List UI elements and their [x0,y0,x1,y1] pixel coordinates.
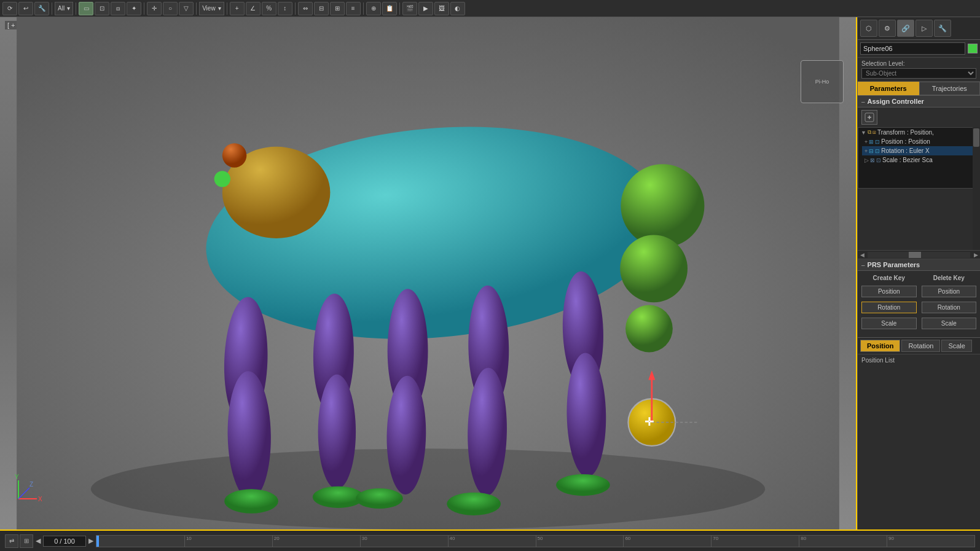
time-frame-display: 0 / 100 [43,536,86,547]
param-tabs: Parameters Trajectories [858,82,980,96]
delete-scale-col: Scale [922,318,977,331]
view-dropdown[interactable]: View ▾ [199,2,224,15]
render-btn[interactable]: ▶ [418,2,433,15]
selection-filter-dropdown[interactable]: All ▾ [55,2,73,15]
prs-rotation-row: Rotation Rotation [861,302,976,315]
axis-z-label: Z [29,481,33,488]
ctrl-scroll-thumb[interactable] [973,128,979,147]
timeline-playhead[interactable] [96,536,99,547]
tree-item-scale[interactable]: ▷ ⊠ ⊡ Scale : Bezier Sca [862,155,979,165]
dropdown-label: All [58,5,65,12]
tree-expand-rotation[interactable]: + [864,148,868,154]
tree-item-transform[interactable]: ▼ ⧉ ⧇ Transform : Position, [858,128,979,137]
create-rotation-col: Rotation [861,302,917,315]
tree-expand-scale[interactable]: ▷ [864,157,869,163]
delete-key-col: Delete Key [922,275,977,283]
toolbar-btn-3[interactable]: 🔧 [34,2,49,15]
move-btn[interactable]: ✛ [147,2,162,15]
timeline[interactable]: 10 20 30 40 50 60 70 80 90 [96,535,975,547]
hscroll-track[interactable] [868,252,970,258]
mirror-btn[interactable]: ⇔ [298,2,313,15]
snap-btn[interactable]: + [230,2,245,15]
nav-cube-label: Pi-Ho [815,79,829,85]
svg-point-4 [222,143,247,168]
spinner-snap-btn[interactable]: ↕ [278,2,292,15]
prs-content: Create Key Delete Key Position Position [858,271,980,337]
panel-icon-modify[interactable]: ⚙ [879,20,896,37]
svg-point-8 [625,305,673,353]
ctrl-scroll-track[interactable] [973,127,980,250]
toolbar-btn-2[interactable]: ↩ [18,2,33,15]
assign-controller-header[interactable]: – Assign Controller [858,96,980,107]
create-scale-btn[interactable]: Scale [861,318,917,329]
panel-icon-row: ⬡ ⚙ 🔗 ▷ 🔧 [858,17,980,40]
tab-position-bottom[interactable]: Position [860,340,900,352]
assign-controller-button[interactable] [861,110,877,125]
active-shade-btn[interactable]: ◐ [450,2,465,15]
selection-level-select[interactable]: Sub-Object [861,68,976,79]
bottom-tabs: Position Rotation Scale [858,337,980,354]
render-setup-btn[interactable]: 🎬 [402,2,417,15]
create-position-btn[interactable]: Position [861,286,917,297]
angle-snap-btn[interactable]: ∠ [246,2,261,15]
prs-collapse-icon: – [861,262,865,268]
create-key-col: Create Key [861,275,917,283]
create-rotation-btn[interactable]: Rotation [861,302,917,313]
timeline-arrow-right[interactable]: ▶ [88,537,93,545]
delete-rotation-btn[interactable]: Rotation [922,302,977,313]
named-sel-btn[interactable]: 📋 [382,2,397,15]
timeline-tick-50: 50 [536,536,543,547]
object-name-input[interactable] [860,42,965,55]
create-sel-btn[interactable]: ⊕ [366,2,381,15]
tab-parameters[interactable]: Parameters [858,82,919,95]
panel-icon-utilities[interactable]: 🔧 [934,20,951,37]
controller-tree[interactable]: ▼ ⧉ ⧇ Transform : Position, + ⊞ ⊡ Positi… [858,127,980,189]
prs-header-row: Create Key Delete Key [861,275,976,283]
status-icon-2[interactable]: ⊞ [20,534,33,548]
tree-expand-transform[interactable]: ▼ [861,130,866,136]
align2-btn[interactable]: ⊞ [330,2,345,15]
assign-controller-section: – Assign Controller ▼ [858,96,980,259]
create-position-col: Position [861,286,917,299]
toolbar-btn-1[interactable]: ⟳ [2,2,17,15]
tab-trajectories[interactable]: Trajectories [919,82,981,95]
svg-point-26 [356,488,403,509]
delete-position-btn[interactable]: Position [922,286,977,297]
hscroll-right[interactable]: ▶ [971,251,980,259]
select-region-btn[interactable]: ⊡ [95,2,109,15]
hscroll-left[interactable]: ◀ [858,251,866,259]
render-frame-btn[interactable]: 🖼 [434,2,449,15]
align3-btn[interactable]: ≡ [346,2,361,15]
svg-point-5 [214,171,230,187]
tab-rotation-bottom[interactable]: Rotation [901,340,940,352]
position-list-label: Position List [858,354,980,366]
nav-cube[interactable]: Pi-Ho [801,60,844,103]
panel-icon-hierarchy[interactable]: 🔗 [897,20,914,37]
tree-expand-position[interactable]: + [864,139,868,145]
select-lasso-btn[interactable]: ✦ [127,2,141,15]
tree-item-rotation[interactable]: + ⊟ ⊡ Rotation : Euler X [862,146,979,155]
status-icon-1[interactable]: ⇄ [5,534,18,548]
delete-scale-btn[interactable]: Scale [922,318,977,329]
dropdown-arrow: ▾ [67,5,70,12]
tree-label-scale: Scale : Bezier Sca [882,157,933,163]
main-area: [ + ] [ Perspective ] [ Shaded ] [0,17,980,530]
hscroll-thumb[interactable] [909,252,921,258]
tree-item-position[interactable]: + ⊞ ⊡ Position : Position [862,137,979,146]
scale-btn[interactable]: ▽ [179,2,194,15]
select-btn[interactable]: ▭ [79,2,93,15]
svg-point-17 [318,375,356,490]
timeline-arrow-left[interactable]: ◀ [36,537,41,545]
select-fence-btn[interactable]: ⧈ [111,2,125,15]
panel-icon-motion[interactable]: ▷ [915,20,933,37]
separator-1 [52,2,52,15]
object-color-box[interactable] [968,44,978,53]
panel-icon-display[interactable]: ⬡ [860,20,877,37]
tab-scale-bottom[interactable]: Scale [941,340,972,352]
prs-parameters-header[interactable]: – PRS Parameters [858,259,980,271]
ctrl-hscroll: ◀ ▶ [858,250,980,259]
rotate-btn[interactable]: ○ [163,2,178,15]
align-btn[interactable]: ⊟ [314,2,329,15]
viewport[interactable]: [ + ] [ Perspective ] [ Shaded ] [0,17,857,530]
percent-snap-btn[interactable]: % [262,2,276,15]
